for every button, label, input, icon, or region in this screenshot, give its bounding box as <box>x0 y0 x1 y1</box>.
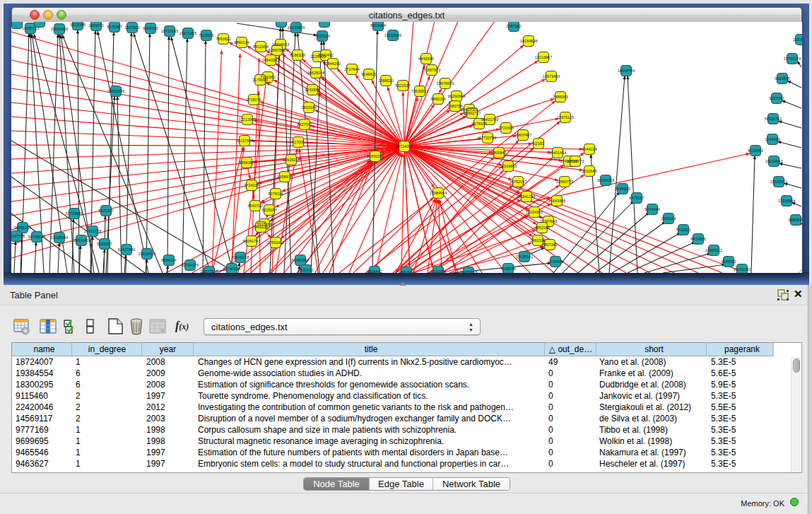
svg-text:31667923: 31667923 <box>423 68 440 72</box>
svg-text:9146821: 9146821 <box>361 72 376 76</box>
svg-text:57709585: 57709585 <box>66 211 83 216</box>
svg-text:9329966: 9329966 <box>775 76 789 81</box>
svg-text:15692971: 15692971 <box>770 180 787 184</box>
svg-text:9513358: 9513358 <box>70 23 85 27</box>
svg-text:83061791: 83061791 <box>243 239 260 243</box>
svg-text:61061966: 61061966 <box>292 258 309 262</box>
svg-text:7632621: 7632621 <box>676 228 690 232</box>
svg-text:8427552: 8427552 <box>297 122 312 127</box>
svg-text:2980815: 2980815 <box>788 218 802 222</box>
svg-text:9860124: 9860124 <box>234 40 249 45</box>
svg-text:29676659: 29676659 <box>437 81 454 86</box>
svg-text:27592411: 27592411 <box>267 240 284 245</box>
svg-text:9227342: 9227342 <box>769 96 784 100</box>
svg-text:8471676: 8471676 <box>690 237 705 241</box>
svg-text:7485063: 7485063 <box>553 95 567 99</box>
svg-text:1588520: 1588520 <box>378 78 393 83</box>
svg-text:8813054: 8813054 <box>370 23 385 28</box>
svg-text:2724228: 2724228 <box>244 183 259 187</box>
svg-text:2087682: 2087682 <box>506 24 521 28</box>
svg-text:2964541: 2964541 <box>73 238 88 243</box>
svg-text:8807342: 8807342 <box>542 243 557 247</box>
svg-text:8186328: 8186328 <box>290 53 305 57</box>
svg-text:7515526: 7515526 <box>199 33 213 37</box>
svg-text:6466160: 6466160 <box>143 26 158 30</box>
svg-text:93760773: 93760773 <box>567 159 584 163</box>
svg-text:90628248: 90628248 <box>307 71 324 75</box>
svg-text:19384554: 19384554 <box>430 191 447 195</box>
svg-text:12213369: 12213369 <box>239 117 256 122</box>
svg-text:10973493: 10973493 <box>543 74 560 78</box>
svg-text:96319863: 96319863 <box>500 164 517 168</box>
svg-text:12213967: 12213967 <box>535 55 552 59</box>
svg-text:9860206: 9860206 <box>430 97 445 101</box>
svg-text:9245652: 9245652 <box>721 259 736 264</box>
svg-text:2717644: 2717644 <box>344 67 359 71</box>
svg-text:96290869: 96290869 <box>448 94 465 98</box>
svg-text:89070818: 89070818 <box>460 270 477 273</box>
svg-text:3532032: 3532032 <box>298 268 313 272</box>
svg-text:5154287: 5154287 <box>97 242 112 246</box>
svg-text:17016504: 17016504 <box>778 199 795 203</box>
svg-text:21643368: 21643368 <box>548 199 565 203</box>
svg-text:28377915: 28377915 <box>201 269 218 273</box>
svg-text:8278114: 8278114 <box>268 192 283 196</box>
svg-text:16543362: 16543362 <box>262 58 279 62</box>
svg-text:57722796: 57722796 <box>479 136 496 140</box>
svg-text:13028344: 13028344 <box>51 235 68 240</box>
svg-text:4805841: 4805841 <box>491 151 506 155</box>
svg-text:83744576: 83744576 <box>182 263 199 267</box>
svg-text:6479197: 6479197 <box>629 196 644 200</box>
svg-text:12975115: 12975115 <box>557 115 574 119</box>
svg-text:73639532: 73639532 <box>411 89 428 93</box>
svg-text:3956442: 3956442 <box>367 269 382 273</box>
svg-text:8912954: 8912954 <box>253 45 268 49</box>
svg-text:9474444: 9474444 <box>645 207 659 211</box>
svg-text:7722368: 7722368 <box>498 126 513 130</box>
svg-text:2053424: 2053424 <box>793 37 802 42</box>
svg-text:48197765: 48197765 <box>11 234 25 238</box>
svg-text:417006: 417006 <box>292 140 305 144</box>
svg-text:83849218: 83849218 <box>232 255 249 259</box>
svg-text:36401454: 36401454 <box>549 151 566 155</box>
svg-text:8536114: 8536114 <box>161 258 176 262</box>
svg-text:6469193: 6469193 <box>253 225 268 229</box>
svg-text:99745048: 99745048 <box>28 235 45 239</box>
svg-text:10654112: 10654112 <box>705 248 722 252</box>
svg-text:17912728: 17912728 <box>84 229 101 233</box>
svg-text:18724007: 18724007 <box>396 144 413 148</box>
svg-text:39902737: 39902737 <box>464 111 481 115</box>
svg-text:16210643: 16210643 <box>765 159 782 163</box>
svg-text:62897893: 62897893 <box>269 48 286 52</box>
svg-text:9242848: 9242848 <box>305 88 319 92</box>
svg-text:15751074: 15751074 <box>784 57 801 61</box>
svg-text:9044229: 9044229 <box>582 147 596 151</box>
svg-text:2718176: 2718176 <box>246 98 261 102</box>
svg-text:15136141: 15136141 <box>516 255 533 259</box>
svg-text:1202384: 1202384 <box>430 269 445 273</box>
svg-text:5225087: 5225087 <box>261 208 276 212</box>
svg-text:1629072: 1629072 <box>88 23 103 28</box>
svg-text:8275367: 8275367 <box>107 25 122 29</box>
svg-text:8938923: 8938923 <box>615 187 630 191</box>
svg-text:1244419: 1244419 <box>765 137 779 141</box>
svg-text:4891590: 4891590 <box>399 270 413 273</box>
svg-text:3011649: 3011649 <box>582 169 596 173</box>
svg-text:20053346: 20053346 <box>107 89 124 93</box>
svg-text:16107554: 16107554 <box>236 139 253 143</box>
svg-text:33960779: 33960779 <box>556 180 573 184</box>
svg-text:36752197: 36752197 <box>510 180 526 184</box>
svg-text:12226053: 12226053 <box>272 42 289 47</box>
svg-text:2179699: 2179699 <box>252 78 267 82</box>
svg-text:8392492: 8392492 <box>318 53 333 57</box>
svg-text:20691406: 20691406 <box>51 27 68 31</box>
svg-text:2844290: 2844290 <box>325 62 340 66</box>
svg-text:30926211: 30926211 <box>283 158 300 162</box>
svg-text:5322037: 5322037 <box>395 83 410 88</box>
svg-text:7663822: 7663822 <box>216 37 230 41</box>
svg-text:8215953: 8215953 <box>748 148 763 153</box>
svg-text:5822307: 5822307 <box>98 209 113 213</box>
svg-text:4540702: 4540702 <box>247 204 262 208</box>
svg-text:2803144: 2803144 <box>301 105 316 110</box>
svg-text:10719185: 10719185 <box>161 29 178 33</box>
